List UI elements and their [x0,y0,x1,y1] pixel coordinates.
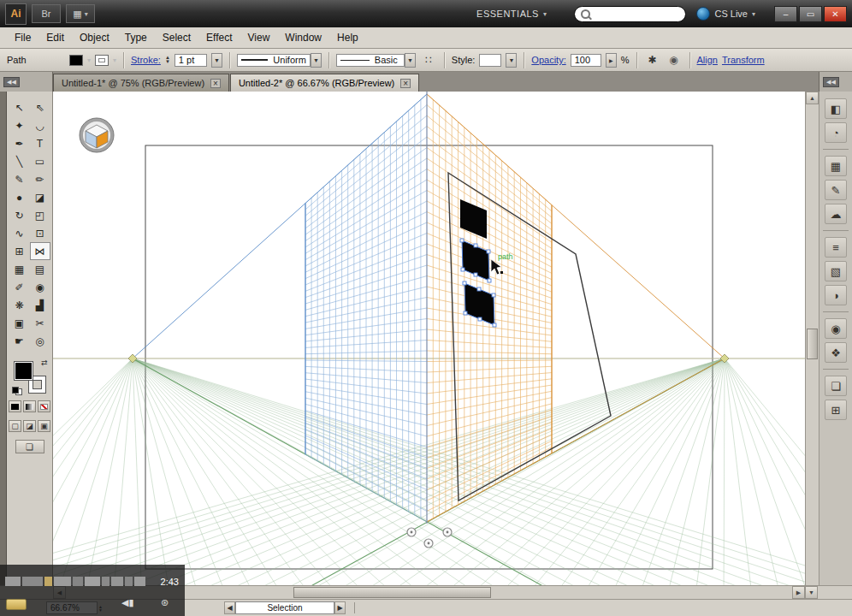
document-tab-2[interactable]: Untitled-2* @ 66.67% (RGB/Preview) × [230,74,419,92]
appearance-panel-icon[interactable]: ◉ [825,318,847,339]
pen-tool[interactable]: ✒ [9,134,30,152]
paintbrush-tool[interactable]: ✎ [9,170,30,188]
selection-handle[interactable] [493,323,496,327]
progress-segment[interactable] [102,577,109,586]
eyedropper-tool[interactable]: ✐ [9,278,30,296]
perspective-grid-canvas[interactable]: path [53,92,805,585]
video-step-back-icon[interactable]: ◀▮ [121,597,134,608]
scroll-down-button[interactable]: ▼ [805,586,818,599]
bridge-button[interactable]: Br [32,4,61,23]
progress-segment[interactable] [5,577,21,586]
zoom-tool[interactable]: ◎ [30,332,50,350]
menu-effect[interactable]: Effect [198,28,240,47]
menu-window[interactable]: Window [277,28,329,47]
document-canvas[interactable]: path [53,92,805,585]
width-profile-dropdown[interactable]: ▼ [311,53,322,68]
transform-panel-link[interactable]: Transform [722,55,765,65]
color-guide-panel-icon[interactable]: ◔ [825,122,847,143]
preferences-sphere-icon[interactable]: ◉ [666,52,683,68]
vertical-scroll-thumb[interactable] [807,329,818,359]
brush-options-icon[interactable]: ∷ [420,52,437,68]
symbols-panel-icon[interactable]: ☁ [825,204,847,224]
style-field[interactable] [479,54,501,67]
ground-anchor-widget[interactable] [424,539,433,548]
selection-tool[interactable]: ↖ [9,98,30,116]
document-tab-1[interactable]: Untitled-1* @ 75% (RGB/Preview) × [53,74,229,92]
magic-wand-tool[interactable]: ✦ [9,116,30,134]
stroke-panel-link[interactable]: Stroke: [131,55,161,65]
selection-handle[interactable] [477,287,481,291]
hand-tool[interactable]: ☛ [9,332,30,350]
arrange-documents-button[interactable]: ▦ ▾ [66,4,95,23]
pencil-tool[interactable]: ✏ [30,170,50,188]
search-field[interactable] [574,6,686,22]
status-prev-button[interactable]: ◀ [224,601,235,614]
style-dropdown[interactable]: ▼ [506,53,517,68]
fill-color-well[interactable] [15,362,33,380]
line-segment-tool[interactable]: ╲ [9,152,30,170]
progress-segment[interactable] [125,577,133,586]
scale-tool[interactable]: ◰ [30,206,50,224]
swap-fill-stroke-icon[interactable]: ⇄ [41,358,48,367]
selection-handle[interactable] [463,281,466,285]
stroke-weight-dropdown[interactable]: ▼ [211,53,222,68]
menu-view[interactable]: View [240,28,278,47]
brush-dropdown[interactable]: ▼ [405,53,416,68]
video-menu-icon[interactable]: ⊛ [161,597,169,608]
collapse-dock-icon[interactable]: ◀◀ [823,77,839,87]
selection-handle[interactable] [460,239,464,242]
recolor-artwork-icon[interactable]: ✱ [644,52,661,68]
ground-anchor-widget[interactable] [443,528,452,536]
selection-handle[interactable] [461,268,464,271]
mesh-tool[interactable]: ▦ [9,260,30,278]
selection-handle[interactable] [487,250,490,253]
draw-normal-button[interactable]: ▢ [9,420,21,432]
progress-segment[interactable] [111,577,123,586]
shape-builder-tool[interactable]: ⊞ [9,242,30,260]
selection-handle[interactable] [492,293,495,297]
symbol-sprayer-tool[interactable]: ❋ [9,296,30,314]
transparency-panel-icon[interactable]: ◑ [825,285,847,305]
draw-behind-button[interactable]: ◪ [23,420,36,432]
close-button[interactable]: ✕ [824,6,847,22]
slice-tool[interactable]: ✂ [30,314,50,332]
progress-segment[interactable] [85,577,100,586]
fill-stroke-control[interactable]: ⇄ [15,362,45,393]
menu-select[interactable]: Select [155,28,198,47]
direct-selection-tool[interactable]: ⇖ [30,98,50,116]
align-panel-link[interactable]: Align [697,55,718,65]
stroke-weight-field[interactable]: 1 pt [175,54,207,67]
tab-close-button[interactable]: × [210,79,221,88]
selection-handle[interactable] [478,317,482,321]
progress-segment[interactable] [22,577,43,586]
swatches-panel-icon[interactable]: ▦ [825,156,847,176]
menu-file[interactable]: File [7,28,38,47]
lasso-tool[interactable]: ◡ [30,116,50,134]
progress-segment[interactable] [134,577,145,586]
stroke-panel-icon[interactable]: ≡ [825,237,847,258]
graphic-styles-panel-icon[interactable]: ❖ [825,342,847,363]
opacity-link[interactable]: Opacity: [531,55,565,65]
cs-live-button[interactable]: CS Live ▾ [691,7,760,21]
opacity-field[interactable]: 100 [571,54,601,67]
stroke-color-swatch[interactable] [95,55,109,66]
none-button[interactable] [38,400,50,412]
scroll-right-button[interactable]: ▶ [792,586,805,599]
artboard-tool[interactable]: ▣ [9,314,30,332]
perspective-grid-tool[interactable]: ⋈ [30,242,50,260]
column-graph-tool[interactable]: ▟ [30,296,50,314]
menu-help[interactable]: Help [329,28,366,47]
tab-close-button[interactable]: × [400,79,411,88]
restore-button[interactable]: ▭ [799,6,822,22]
progress-segment[interactable] [54,577,71,586]
color-panel-icon[interactable]: ◧ [825,98,847,119]
brushes-panel-icon[interactable]: ✎ [825,180,847,200]
ground-anchor-widget[interactable] [407,528,416,536]
blob-brush-tool[interactable]: ● [9,188,30,206]
menu-edit[interactable]: Edit [38,28,72,47]
default-fill-stroke-icon[interactable] [12,387,22,395]
progress-segment[interactable] [44,577,52,586]
scroll-up-button[interactable]: ▲ [806,92,819,104]
video-player-overlay[interactable]: 2:43 ◀▮ ⊛ [0,565,185,616]
brush-combo[interactable]: Basic ▼ [336,53,416,68]
